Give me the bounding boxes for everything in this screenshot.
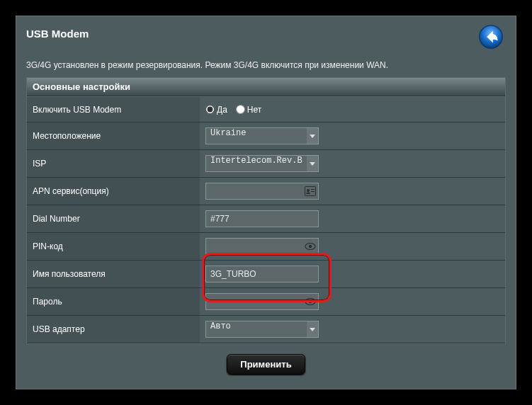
settings-panel: Основные настройки Включить USB Modem Да… — [26, 77, 506, 344]
label-dial: Dial Number — [27, 205, 200, 233]
radio-no-input[interactable] — [236, 105, 245, 114]
username-input[interactable] — [205, 266, 319, 283]
back-button[interactable] — [477, 23, 504, 50]
row-apn: APN сервис(опция) — [27, 178, 505, 205]
label-apn: APN сервис(опция) — [27, 178, 200, 205]
label-pin: PIN-код — [27, 233, 200, 261]
panel-title: Основные настройки — [27, 78, 505, 96]
apply-row: Применить — [26, 344, 506, 387]
enable-radio-group: Да Нет — [205, 105, 499, 115]
radio-yes-input[interactable] — [205, 105, 215, 114]
row-username: Имя пользователя — [27, 261, 505, 288]
row-location: Местоположение Ukraine — [27, 122, 505, 150]
label-enable-modem: Включить USB Modem — [27, 97, 200, 122]
config-panel: USB Modem 3G/4G установлен в режим резер… — [16, 16, 516, 389]
settings-form: Включить USB Modem Да Нет Местоположение… — [27, 96, 505, 343]
label-location: Местоположение — [27, 122, 200, 150]
page-title: USB Modem — [26, 26, 506, 40]
location-select[interactable]: Ukraine — [205, 127, 319, 144]
mode-note: 3G/4G установлен в режим резервирования.… — [26, 60, 506, 70]
radio-no[interactable]: Нет — [236, 105, 261, 115]
apn-input[interactable] — [205, 183, 319, 200]
row-password: Пароль — [27, 288, 505, 316]
row-dial: Dial Number — [27, 205, 505, 233]
row-pin: PIN-код — [27, 233, 505, 261]
label-adapter: USB адаптер — [27, 316, 200, 343]
adapter-select[interactable]: Авто — [205, 321, 319, 338]
row-isp: ISP Intertelecom.Rev.B — [27, 150, 505, 178]
label-password: Пароль — [27, 288, 200, 316]
label-isp: ISP — [27, 150, 200, 178]
radio-yes[interactable]: Да — [205, 105, 227, 115]
isp-select[interactable]: Intertelecom.Rev.B — [205, 155, 319, 172]
label-username: Имя пользователя — [27, 261, 200, 288]
dial-input[interactable] — [205, 210, 319, 227]
pin-input[interactable] — [205, 238, 319, 255]
apply-button[interactable]: Применить — [227, 354, 305, 375]
row-adapter: USB адаптер Авто — [27, 316, 505, 343]
row-enable-modem: Включить USB Modem Да Нет — [27, 97, 505, 122]
header: USB Modem — [26, 26, 506, 60]
password-input[interactable] — [205, 293, 319, 310]
